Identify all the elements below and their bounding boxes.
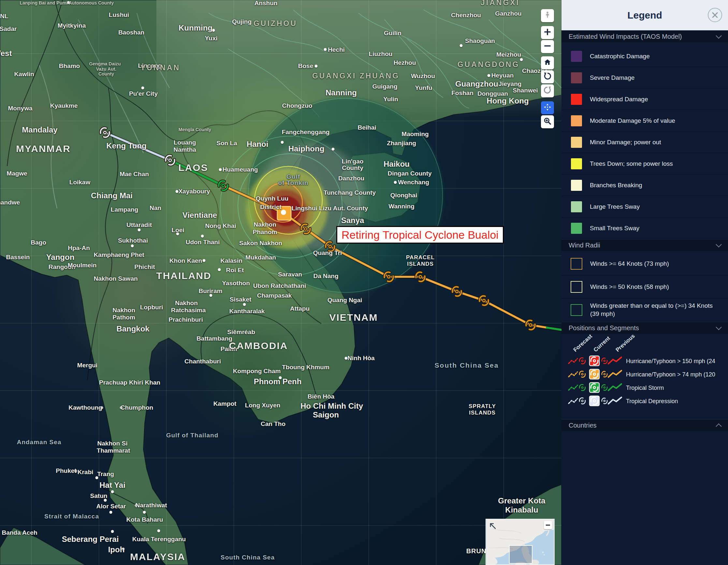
legend-item-label: Trees Down; some power loss	[590, 160, 673, 167]
legend-item-label: Severe Damage	[590, 74, 634, 81]
section-positions[interactable]: Positions and Segments	[561, 322, 728, 334]
legend-item: Large Trees Sway	[561, 196, 728, 218]
wind-radii-list: Winds >= 64 Knots (73 mph)Winds >= 50 Kn…	[561, 251, 728, 322]
legend-item-label: Hurricane/Typhoon > 150 mph (24	[626, 358, 715, 365]
zoom-out-button[interactable]	[541, 40, 554, 53]
color-swatch	[571, 223, 582, 234]
legend-item-label: Small Trees Sway	[590, 225, 639, 232]
forecast-segment-icon	[568, 383, 586, 393]
previous-segment-icon	[601, 383, 624, 393]
storm-position-marker[interactable]	[452, 287, 461, 296]
minimap-viewport[interactable]	[509, 545, 532, 564]
wind-impacts-list: Catastrophic DamageSevere DamageWidespre…	[561, 42, 728, 239]
storm-position-marker[interactable]	[219, 181, 227, 191]
legend-item-label: Widespread Damage	[590, 96, 648, 103]
storm-position-marker[interactable]	[526, 320, 535, 330]
section-countries[interactable]: Countries	[561, 419, 728, 431]
legend-item-label: Catastrophic Damage	[590, 53, 650, 60]
legend-panel: Legend Estimated Wind Impacts (TAOS Mode…	[561, 0, 728, 565]
magnifier-plus-icon	[543, 117, 552, 127]
forecast-segment-icon	[568, 396, 586, 407]
locate-person-button[interactable]	[541, 9, 554, 22]
color-swatch	[571, 201, 582, 212]
storm-position-marker[interactable]	[384, 272, 393, 282]
section-wind-radii[interactable]: Wind Radii	[561, 239, 728, 251]
rotate-ccw-icon	[543, 72, 552, 82]
legend-item: Moderate Damage 5% of value	[561, 110, 728, 132]
chevron-down-icon	[716, 324, 721, 330]
legend-item: Branches Breaking	[561, 175, 728, 196]
positions-column-header: Current	[592, 335, 612, 353]
forecast-segment-icon	[568, 356, 586, 367]
color-swatch	[571, 137, 582, 148]
minus-icon	[546, 525, 550, 526]
zoom-in-button[interactable]	[541, 26, 554, 39]
pan-button[interactable]	[541, 101, 554, 114]
current-position-icon	[589, 395, 600, 408]
legend-title: Legend	[627, 10, 662, 21]
previous-segment-icon	[601, 369, 624, 380]
positions-column-header: Forecast	[572, 333, 594, 353]
legend-item: Severe Damage	[561, 67, 728, 89]
legend-header: Legend	[561, 0, 728, 30]
legend-item: Winds >= 50 Knots (58 mph)	[561, 276, 728, 298]
minimap-collapse-button[interactable]	[544, 521, 552, 529]
legend-item-label: Tropical Depression	[626, 398, 678, 405]
section-title: Wind Radii	[569, 242, 600, 249]
storm-position-marker[interactable]	[479, 296, 488, 305]
current-position-marker[interactable]	[277, 207, 291, 220]
home-button[interactable]	[541, 56, 554, 69]
rotate-cw-button[interactable]	[541, 84, 554, 97]
legend-item: Winds greater than or equal to (>=) 34 K…	[561, 298, 728, 322]
wind-radii-rings	[220, 98, 443, 292]
wind-radius-swatch	[571, 281, 582, 293]
wind-radius-swatch	[571, 258, 582, 270]
positions-legend: ForecastCurrentPrevious Hurricane/Typhoo…	[561, 334, 728, 408]
current-position-icon	[589, 369, 600, 381]
rotate-cw-icon	[543, 86, 552, 96]
storm-position-marker[interactable]	[416, 272, 425, 282]
color-swatch	[571, 158, 582, 169]
previous-segment-icon	[601, 356, 624, 367]
color-swatch	[571, 51, 582, 62]
pegman-icon	[543, 11, 552, 21]
color-swatch	[571, 180, 582, 191]
section-title: Estimated Wind Impacts (TAOS Model)	[569, 33, 682, 40]
map-canvas[interactable]: Lanping Bai and Pumi Autonomous CountyNL…	[0, 0, 561, 565]
storm-position-marker[interactable]	[326, 242, 334, 252]
minus-icon	[543, 42, 552, 51]
legend-item-label: Branches Breaking	[590, 182, 642, 189]
legend-item: Catastrophic Damage	[561, 46, 728, 67]
zoom-box-button[interactable]	[541, 115, 554, 128]
rotate-ccw-button[interactable]	[541, 70, 554, 83]
positions-column-header: Previous	[615, 333, 636, 353]
chevron-down-icon	[716, 241, 721, 247]
chevron-up-icon	[716, 423, 721, 429]
plus-icon	[543, 28, 552, 37]
legend-item: Winds >= 64 Knots (73 mph)	[561, 253, 728, 276]
legend-item-label: Winds greater than or equal to (>=) 34 K…	[590, 302, 723, 318]
storm-position-marker[interactable]	[100, 128, 109, 138]
pan-icon	[543, 103, 552, 113]
wind-radius-swatch	[571, 304, 582, 316]
legend-item-label: Hurricane/Typhoon > 74 mph (120	[626, 371, 715, 378]
legend-item-label: Large Trees Sway	[590, 203, 640, 210]
current-position-icon	[589, 355, 600, 368]
color-swatch	[571, 94, 582, 105]
legend-item: Hurricane/Typhoon > 74 mph (120	[561, 368, 728, 381]
close-icon[interactable]	[708, 8, 722, 22]
storm-position-marker[interactable]	[301, 225, 310, 234]
home-icon	[544, 58, 551, 67]
legend-item: Trees Down; some power loss	[561, 153, 728, 175]
minimap-expand-icon[interactable]	[488, 521, 496, 529]
legend-item-label: Winds >= 50 Knots (58 mph)	[590, 283, 669, 291]
section-wind-impacts[interactable]: Estimated Wind Impacts (TAOS Model)	[561, 30, 728, 42]
chevron-down-icon	[716, 33, 721, 38]
legend-item-label: Winds >= 64 Knots (73 mph)	[590, 260, 669, 268]
storm-position-marker[interactable]	[166, 156, 174, 165]
legend-item-label: Moderate Damage 5% of value	[590, 117, 675, 124]
legend-item-label: Minor Damage; power out	[590, 139, 661, 146]
map-controls	[541, 9, 554, 128]
overview-minimap[interactable]	[486, 519, 555, 565]
previous-segment-icon	[601, 396, 624, 407]
